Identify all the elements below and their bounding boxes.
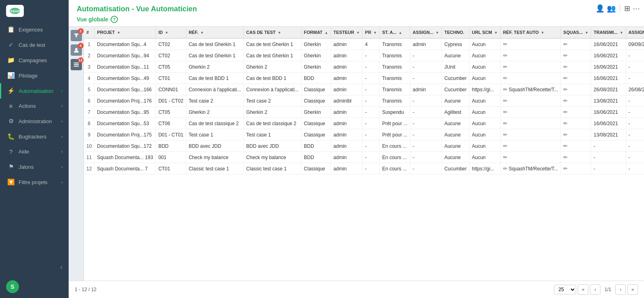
cell-testeur: admin [331,73,362,84]
cell-num: 6 [84,95,94,107]
cell-squash[interactable]: ✏ [561,107,591,118]
cell-squash[interactable]: ✏ [561,38,591,50]
filter-btn-3[interactable]: 12 [71,59,82,70]
cell-squash[interactable]: ✏ [561,152,591,163]
cell-assigne-le: - [626,141,644,152]
cell-url-scm: Aucun [469,50,500,61]
grid-icon[interactable]: ⊞ [624,4,630,13]
cell-squash[interactable]: ✏ [561,129,591,141]
cell-squash[interactable]: ✏ [561,163,591,174]
add-user-icon[interactable]: 👤 [596,4,604,13]
cell-squash[interactable]: ✏ [561,141,591,152]
col-assigne-le[interactable]: ASSIGNÉ LE ▼ [626,27,644,38]
cell-pr: - [363,152,380,163]
edit-squash-icon[interactable]: ✏ [563,98,568,104]
cell-ref: Cas de test BDD 1 [186,73,244,84]
edit-icon[interactable]: ✏ [503,64,508,70]
sidebar-item-bugtrackers[interactable]: 🐛 Bugtrackers › [0,129,69,144]
cell-testeur: admin [331,118,362,129]
sidebar-item-actions[interactable]: ≡ Actions › [0,99,69,113]
col-projet[interactable]: PROJET ▼ [94,27,156,38]
edit-squash-icon[interactable]: ✏ [563,154,568,160]
edit-squash-icon[interactable]: ✏ [563,120,568,126]
edit-squash-icon[interactable]: ✏ [563,64,568,70]
col-url-scm[interactable]: URL SCM ▼ [469,27,500,38]
col-cas-de-test[interactable]: CAS DE TEST ▼ [243,27,301,38]
cell-cas-de-test: Connexion à l'applicati... [243,84,301,95]
sidebar-item-campagnes[interactable]: 📁 Campagnes [0,52,69,68]
col-transmis[interactable]: TRANSMI... ▼ [591,27,626,38]
edit-squash-icon[interactable]: ✏ [563,41,568,47]
first-page-button[interactable]: « [578,284,588,295]
cell-squash[interactable]: ✏ [561,50,591,61]
col-squash[interactable]: SQUAS... ▼ [561,27,591,38]
sidebar-item-administration[interactable]: ⚙ Administration › [0,113,69,129]
sidebar-item-cas-de-test[interactable]: ✓ Cas de test [0,37,69,52]
more-options-icon[interactable]: ⋯ [633,4,640,13]
sidebar-item-automatisation[interactable]: ⚡ Automatisation › [0,83,69,99]
logo-box[interactable]: squash [6,5,24,17]
edit-squash-icon[interactable]: ✏ [563,86,568,92]
sidebar-item-jalons[interactable]: ⚑ Jalons › [0,159,69,174]
sidebar-item-aide[interactable]: ? Aide › [0,144,69,159]
edit-icon[interactable]: ✏ [503,41,508,47]
sidebar-item-pilotage[interactable]: 📊 Pilotage [0,68,69,83]
help-icon[interactable]: ? [111,16,118,23]
col-ref[interactable]: RÉF. ▼ [186,27,244,38]
col-pr[interactable]: PR ▼ [363,27,380,38]
cell-squash[interactable]: ✏ [561,118,591,129]
cell-techno: Cypress [442,38,469,50]
cell-projet: Documentation Squ...4 [94,38,156,50]
edit-squash-icon[interactable]: ✏ [563,75,568,81]
prev-page-button[interactable]: ‹ [590,284,600,295]
sidebar-item-filtre-projets[interactable]: 🔽 Filtre projets › [0,174,69,190]
col-format[interactable]: FORMAT ▲ [301,27,331,38]
cell-squash[interactable]: ✏ [561,73,591,84]
avatar[interactable]: S [6,280,19,293]
edit-icon[interactable]: ✏ [503,143,508,149]
svg-point-2 [75,48,78,50]
edit-squash-icon[interactable]: ✏ [563,166,568,172]
separator [620,4,620,13]
col-assign[interactable]: ASSIGN... ▼ [410,27,442,38]
edit-icon[interactable]: ✏ [503,166,508,172]
sidebar-item-exigences[interactable]: 📋 Exigences [0,22,69,37]
cell-testeur: adminlbl [331,95,362,107]
filter-btn-2[interactable]: 4 [71,44,82,56]
edit-squash-icon[interactable]: ✏ [563,109,568,115]
edit-squash-icon[interactable]: ✏ [563,143,568,149]
edit-icon[interactable]: ✏ [503,75,508,81]
edit-icon[interactable]: ✏ [503,109,508,115]
last-page-button[interactable]: » [627,284,638,295]
cell-pr: - [363,141,380,152]
edit-icon[interactable]: ✏ [503,120,508,126]
cell-squash[interactable]: ✏ [561,84,591,95]
col-st-a[interactable]: ST. A... ▲ [380,27,410,38]
cell-st-a: Prêt pour ... [380,118,410,129]
cell-num: 11 [84,152,94,163]
col-ref-test-auto[interactable]: RÉF. TEST AUTO ▼ [500,27,560,38]
campagnes-icon: 📁 [7,57,15,64]
cell-squash[interactable]: ✏ [561,61,591,73]
cell-format: Classique [301,95,331,107]
col-testeur[interactable]: TESTEUR ▼ [331,27,362,38]
filter-btn-1[interactable]: 2 [71,30,82,41]
edit-squash-icon[interactable]: ✏ [563,132,568,138]
edit-squash-icon[interactable]: ✏ [563,52,568,59]
edit-icon[interactable]: ✏ [503,154,508,160]
col-id[interactable]: ID ▼ [156,27,186,38]
edit-icon[interactable]: ✏ [503,98,508,104]
per-page-select[interactable]: 25 50 100 [554,285,576,294]
sidebar-collapse-button[interactable]: ‹ [0,259,69,275]
cell-num: 4 [84,73,94,84]
remove-user-icon[interactable]: 👥 [607,4,616,13]
edit-icon[interactable]: ✏ [503,86,508,92]
cell-ref-test-auto: ✏ [500,38,560,50]
edit-icon[interactable]: ✏ [503,52,508,59]
edit-icon[interactable]: ✏ [503,132,508,138]
sidebar-item-label: Exigences [19,27,43,33]
cell-squash[interactable]: ✏ [561,95,591,107]
sidebar-item-label: Jalons [19,164,34,170]
cell-techno: Aucune [442,50,469,61]
next-page-button[interactable]: › [615,284,626,295]
